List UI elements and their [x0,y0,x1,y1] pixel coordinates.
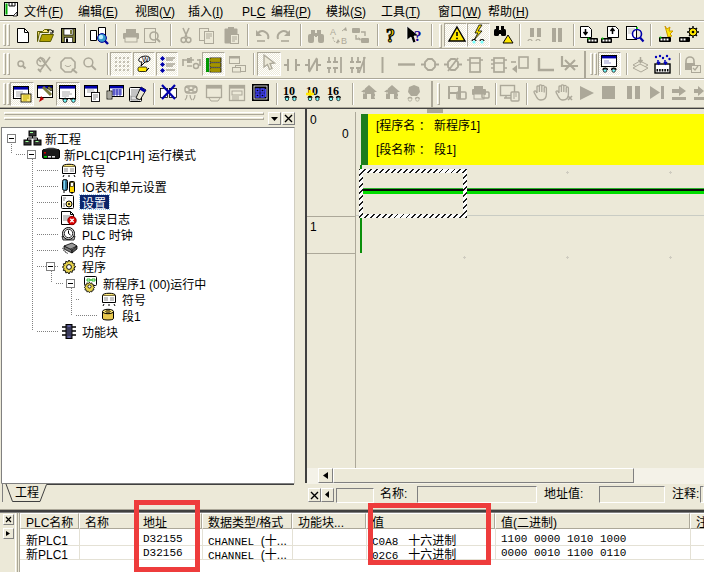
svg-text:?: ? [414,28,422,44]
svg-text:B: B [341,36,347,46]
svg-text:?: ? [386,26,395,46]
svg-text:W: W [142,56,149,63]
svg-text:16: 16 [327,84,339,98]
svg-text:10: 10 [283,84,295,98]
svg-text:A: A [330,27,336,37]
svg-text:10: 10 [306,84,318,98]
